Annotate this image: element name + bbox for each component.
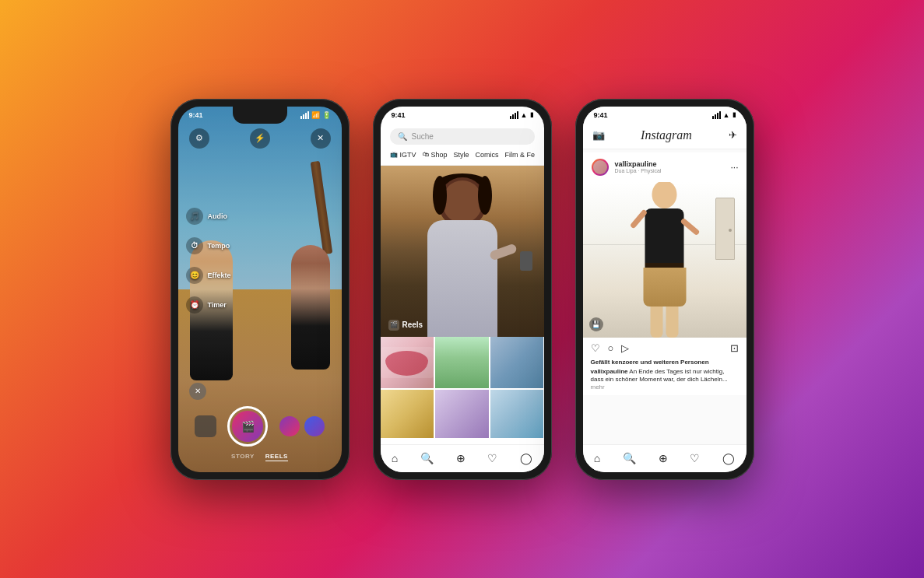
battery-icon: 🔋 [322, 111, 331, 119]
profile-nav-icon[interactable]: ◯ [520, 452, 532, 464]
cancel-button[interactable]: ✕ [189, 383, 206, 400]
search-bar[interactable]: 🔍 Suche [390, 128, 535, 145]
post-more-button[interactable]: ··· [730, 162, 738, 173]
category-tabs: 📺 IGTV 🛍 Shop Style Comics Film & Fern [390, 151, 535, 160]
notch-1 [233, 107, 287, 124]
notch-2 [435, 107, 490, 124]
style-label: Style [454, 151, 469, 159]
instagram-post: vallixpauline Dua Lipa · Physical ··· [583, 152, 747, 395]
gallery-button[interactable] [195, 415, 216, 437]
thumb-3[interactable] [490, 337, 544, 389]
thumb-4[interactable] [381, 390, 434, 438]
record-row: 🎬 [189, 406, 331, 447]
add-nav-icon[interactable]: ⊕ [456, 452, 466, 464]
caption-username: vallixpauline [591, 368, 628, 375]
effect-bubble-2[interactable] [304, 416, 325, 436]
heart-nav-icon[interactable]: ♡ [487, 452, 497, 464]
bottom-controls: ✕ 🎬 STORY REELS [178, 377, 342, 472]
flash-icon[interactable]: ⚡ [250, 128, 270, 149]
shop-icon: 🛍 [423, 151, 429, 158]
phone-2-screen: 9:41 ▲ ▮ 🔍 Suche 📺 IGTV [381, 107, 544, 472]
mode-tabs: STORY REELS [189, 453, 331, 461]
timer-menu-item[interactable]: ⏰ Timer [186, 296, 231, 314]
heart-nav-3[interactable]: ♡ [690, 452, 700, 464]
igtv-category[interactable]: 📺 IGTV [390, 151, 416, 159]
reels-text: Reels [402, 321, 423, 329]
instagram-logo: Instagram [641, 128, 692, 142]
post-actions: ♡ ○ ▷ ⊡ [583, 338, 747, 359]
post-avatar[interactable] [591, 158, 610, 177]
explore-grid [381, 337, 544, 438]
style-category[interactable]: Style [454, 151, 469, 159]
phone-3: 9:41 ▲ ▮ 📷 Instagram ✈ [575, 99, 754, 480]
thumb-6[interactable] [490, 390, 544, 438]
thumb-5[interactable] [435, 390, 489, 438]
audio-menu-item[interactable]: 🎵 Audio [186, 208, 231, 225]
story-tab[interactable]: STORY [231, 453, 255, 461]
time-2: 9:41 [392, 111, 406, 119]
save-overlay-icon: 💾 [589, 317, 603, 331]
thumb-2[interactable] [435, 337, 489, 389]
signal-icon-2 [510, 111, 518, 119]
reels-label: 🎬 Reels [388, 320, 423, 331]
film-category[interactable]: Film & Fern [505, 151, 535, 159]
igtv-icon: 📺 [390, 151, 398, 158]
camera-header-icon[interactable]: 📷 [592, 129, 605, 141]
wifi-icon: 📶 [311, 111, 320, 119]
comment-button[interactable]: ○ [608, 342, 614, 354]
post-user-info: vallixpauline Dua Lipa · Physical [615, 160, 662, 173]
search-nav-3[interactable]: 🔍 [623, 452, 636, 464]
tempo-menu-item[interactable]: ⏱ Tempo [186, 237, 231, 254]
phone-3-screen: 9:41 ▲ ▮ 📷 Instagram ✈ [583, 107, 747, 472]
profile-nav-3[interactable]: ◯ [722, 452, 735, 464]
effects-menu-item[interactable]: 😊 Effekte [186, 267, 231, 284]
search-nav-icon[interactable]: 🔍 [420, 452, 434, 464]
record-inner: 🎬 [232, 411, 263, 442]
caption-more[interactable]: mehr [591, 384, 605, 391]
avatar-image [593, 160, 607, 174]
comics-category[interactable]: Comics [476, 151, 499, 159]
reels-video[interactable]: 🎬 Reels [381, 166, 544, 337]
dm-header-icon[interactable]: ✈ [729, 129, 737, 141]
post-video[interactable]: 💾 [583, 182, 747, 338]
comics-label: Comics [476, 151, 499, 159]
reels-creator-ui: ⚙ ⚡ ✕ 🎵 Audio ⏱ Tempo 😊 Effekte [178, 107, 342, 472]
share-button[interactable]: ▷ [621, 342, 629, 354]
top-icons-bar: ⚙ ⚡ ✕ [178, 128, 342, 149]
shop-category[interactable]: 🛍 Shop [423, 151, 448, 159]
time-1: 9:41 [189, 111, 203, 119]
effects-bubbles [279, 416, 325, 436]
home-nav-icon[interactable]: ⌂ [392, 452, 398, 464]
video-person [381, 166, 544, 337]
effect-bubble-1[interactable] [279, 416, 300, 436]
post-header: vallixpauline Dua Lipa · Physical ··· [583, 152, 747, 182]
effects-icon: 😊 [186, 267, 203, 284]
timer-label: Timer [208, 301, 227, 309]
search-icon-2: 🔍 [398, 132, 407, 141]
search-placeholder: Suche [412, 132, 434, 141]
close-icon[interactable]: ✕ [311, 128, 331, 149]
post-subtitle: Dua Lipa · Physical [615, 168, 662, 173]
audio-icon: 🎵 [186, 208, 203, 225]
battery-icon-2: ▮ [530, 111, 533, 118]
wifi-icon-3: ▲ [723, 111, 730, 119]
reels-tab[interactable]: REELS [265, 453, 288, 461]
bookmark-button[interactable]: ⊡ [730, 342, 739, 354]
thumb-1[interactable] [381, 337, 434, 389]
film-label: Film & Fern [505, 151, 535, 159]
likes-text: Gefällt kenzoere und weiteren Personen [591, 359, 709, 366]
tempo-label: Tempo [208, 242, 230, 250]
phone-1: 9:41 📶 🔋 ⚙ ⚡ ✕ [170, 99, 350, 480]
settings-icon[interactable]: ⚙ [189, 128, 209, 149]
dancer-figure [643, 182, 686, 338]
post-username[interactable]: vallixpauline [615, 160, 662, 168]
signal-icon-3 [712, 111, 721, 119]
record-button[interactable]: 🎬 [227, 406, 268, 447]
effects-label: Effekte [208, 271, 231, 279]
like-button[interactable]: ♡ [591, 342, 600, 354]
post-caption: vallixpauline An Ende des Tages ist nur … [583, 368, 747, 395]
add-nav-3[interactable]: ⊕ [659, 452, 668, 464]
bottom-nav-2: ⌂ 🔍 ⊕ ♡ ◯ [381, 444, 544, 472]
home-nav-3[interactable]: ⌂ [594, 452, 600, 464]
tempo-icon: ⏱ [186, 237, 203, 254]
